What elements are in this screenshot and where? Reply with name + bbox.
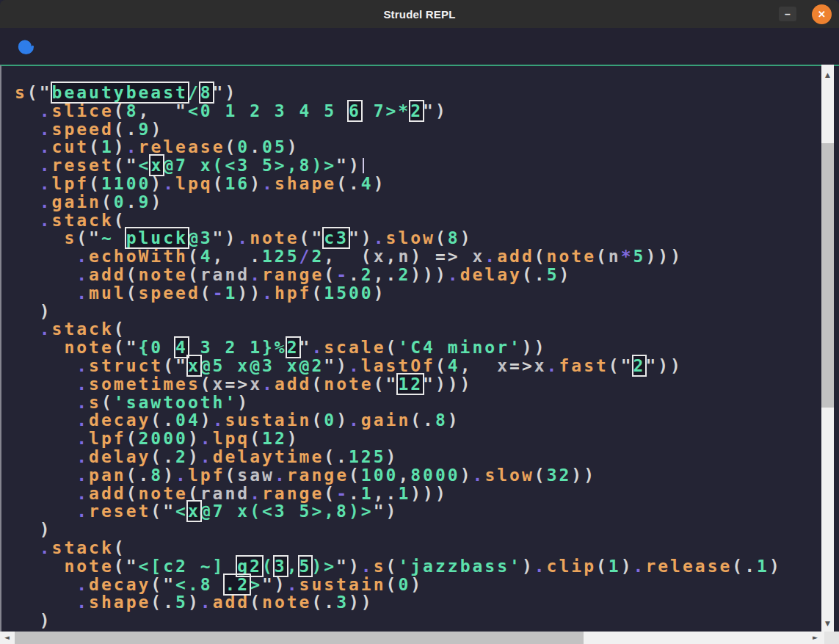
code-token xyxy=(15,174,40,193)
code-token: ( xyxy=(386,557,399,576)
code-token: ) xyxy=(448,410,460,430)
code-line[interactable]: .shape(.5).add(note(.3)) xyxy=(15,593,782,612)
active-token-highlight: x xyxy=(150,156,163,175)
code-token: "))) xyxy=(423,375,472,394)
code-token: slow xyxy=(484,466,534,485)
code-line[interactable]: s("~ pluck@3").note("c3").slow(8) xyxy=(15,229,782,247)
code-token: 2 xyxy=(311,247,324,266)
code-token: )) xyxy=(571,466,596,485)
horizontal-scrollbar-thumb[interactable] xyxy=(15,632,584,644)
code-token: . xyxy=(213,410,225,430)
code-token: 8 xyxy=(150,466,163,485)
strudel-spiral-logo-icon[interactable] xyxy=(15,35,37,57)
code-token: . xyxy=(40,211,52,230)
code-token: ))) xyxy=(645,247,683,266)
vertical-scrollbar[interactable]: ▲ ▼ xyxy=(821,65,834,632)
code-line[interactable]: .sometimes(x=>x.add(note("12"))) xyxy=(15,375,782,394)
code-line[interactable]: .speed(.9) xyxy=(15,120,782,139)
code-token: add xyxy=(89,265,126,284)
code-token: ) => xyxy=(410,247,472,266)
code-line[interactable]: .decay("<.8 .2>").sustain(0) xyxy=(15,576,782,594)
scroll-right-arrow-icon[interactable]: ► xyxy=(809,632,821,644)
code-token: fast xyxy=(559,356,608,375)
code-token: (. xyxy=(150,410,175,430)
code-line[interactable]: note("{0 4 3 2 1}%2".scale('C4 minor')) xyxy=(15,339,782,357)
code-line[interactable]: .lpf(2000).lpq(12) xyxy=(15,430,782,448)
code-line[interactable]: .stack( xyxy=(15,539,782,557)
code-token: . xyxy=(200,429,213,448)
code-line[interactable]: .echoWith(4, .125/2, (x,n) => x.add(note… xyxy=(15,247,782,266)
code-line[interactable]: .add(note(rand.range(-.2,.2))).delay(.5) xyxy=(15,266,782,284)
code-token: 3 xyxy=(336,593,349,612)
code-area[interactable]: s("beautybeast/8") .slice(8, "<0 1 2 3 4… xyxy=(15,84,782,632)
code-token: delay xyxy=(460,265,522,284)
code-token: . xyxy=(76,247,89,266)
close-button[interactable]: ✕ xyxy=(812,4,832,24)
minimize-button[interactable]: – xyxy=(779,7,796,21)
scroll-left-arrow-icon[interactable]: ◄ xyxy=(1,632,13,644)
code-token: . xyxy=(126,192,139,211)
code-token: stack xyxy=(52,211,114,230)
code-token: * xyxy=(621,247,633,266)
code-line[interactable]: .stack( xyxy=(15,211,782,230)
active-token-highlight: beautybeast xyxy=(52,83,188,102)
code-line[interactable]: .delay(.2).delaytime(.125) xyxy=(15,448,782,466)
code-token: ( xyxy=(89,137,101,156)
code-line[interactable]: .pan(.8).lpf(saw.range(100,8000).slow(32… xyxy=(15,466,782,485)
code-line[interactable]: .reset("<x@7 x(<3 5>,8)>") xyxy=(15,502,782,521)
code-token: (. xyxy=(324,447,349,466)
code-line[interactable]: ) xyxy=(15,521,782,539)
code-token: ) xyxy=(15,611,52,630)
code-token: . xyxy=(76,484,89,503)
code-token xyxy=(15,466,76,485)
code-line[interactable]: .decay(.04).sustain(0).gain(.8) xyxy=(15,411,782,430)
horizontal-scrollbar[interactable]: ◄ ► xyxy=(0,632,839,644)
code-token: . xyxy=(40,156,52,175)
code-token xyxy=(15,101,40,120)
code-token: sustain xyxy=(225,410,311,430)
code-token: . xyxy=(40,192,52,211)
scroll-down-arrow-icon[interactable]: ▼ xyxy=(821,618,834,630)
code-token: . xyxy=(237,228,250,247)
code-token: ") xyxy=(213,228,238,247)
code-token: n xyxy=(609,247,621,266)
code-line[interactable]: .gain(0.9) xyxy=(15,193,782,211)
code-token xyxy=(15,538,40,557)
code-line[interactable]: s("beautybeast/8") xyxy=(15,84,782,102)
active-token-highlight: .2 xyxy=(225,575,250,594)
active-token-highlight: 12 xyxy=(398,375,423,394)
code-token xyxy=(15,338,64,357)
code-token: s xyxy=(64,228,76,247)
code-line[interactable]: .lpf(1100).lpq(16).shape(.4) xyxy=(15,175,782,193)
code-line[interactable]: .cut(1).release(0.05) xyxy=(15,138,782,156)
code-token: decay xyxy=(89,575,150,594)
code-line[interactable]: .add(note(rand.range(-.1,.1))) xyxy=(15,485,782,503)
code-line[interactable]: .stack( xyxy=(15,320,782,339)
code-line[interactable]: .slice(8, "<0 1 2 3 4 5 6 7>*2") xyxy=(15,102,782,120)
code-token: note xyxy=(324,375,373,394)
code-line[interactable]: .mul(speed(-1)).hpf(1500) xyxy=(15,284,782,303)
code-token: . xyxy=(262,174,275,193)
code-token: ) xyxy=(237,393,250,412)
code-line[interactable]: note("<[c2 ~] g2(3,5)>").s('jazzbass').c… xyxy=(15,557,782,576)
code-token: ") xyxy=(213,83,238,102)
code-line[interactable]: ) xyxy=(15,612,782,630)
code-token: . xyxy=(200,593,213,612)
code-token: > xyxy=(250,575,262,594)
code-token: . xyxy=(76,502,89,521)
code-line[interactable]: .struct("x@5 x@3 x@2").lastOf(4, x=>x.fa… xyxy=(15,357,782,375)
code-token: ") xyxy=(324,356,349,375)
code-token: (" xyxy=(114,338,139,357)
active-token-highlight: g2 xyxy=(237,557,262,576)
code-line[interactable]: .s('sawtooth') xyxy=(15,394,782,412)
code-token: add xyxy=(213,593,250,612)
code-line[interactable]: ) xyxy=(15,303,782,321)
vertical-scrollbar-thumb[interactable] xyxy=(821,143,834,408)
code-token: saw xyxy=(237,466,275,485)
code-token: ) xyxy=(188,593,200,612)
code-token: rand xyxy=(200,484,250,503)
code-line[interactable]: .reset("<x@7 x(<3 5>,8)>") xyxy=(15,156,782,175)
code-editor[interactable]: s("beautybeast/8") .slice(8, "<0 1 2 3 4… xyxy=(0,65,839,632)
scroll-up-arrow-icon[interactable]: ▲ xyxy=(821,69,834,82)
code-token: , xyxy=(386,247,399,266)
